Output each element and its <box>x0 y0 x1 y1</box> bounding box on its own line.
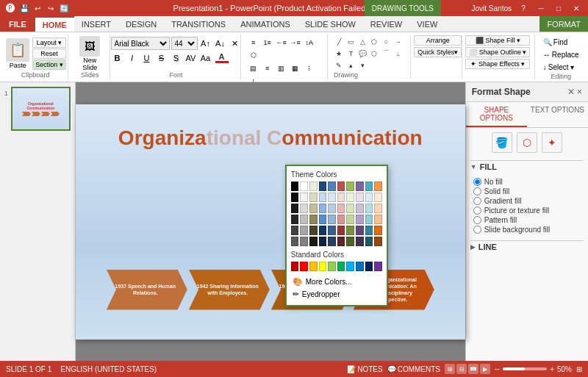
color-t510[interactable] <box>374 226 382 235</box>
color-t210[interactable] <box>374 193 382 202</box>
format-panel-close-button[interactable]: ✕ × <box>567 87 582 97</box>
tab-file[interactable]: FILE <box>0 16 35 32</box>
arrow-item-1[interactable]: 1937 Speech and Human Relations. <box>107 270 187 310</box>
numbering-button[interactable]: 1≡ <box>261 37 274 49</box>
color-t63[interactable] <box>309 237 318 246</box>
zoom-out-button[interactable]: ─ <box>495 365 500 373</box>
section-button[interactable]: Section ▾ <box>32 60 66 70</box>
color-t33[interactable] <box>309 204 318 213</box>
color-t42[interactable] <box>300 215 308 224</box>
line-shape-button[interactable]: ╱ <box>334 36 345 47</box>
color-t45[interactable] <box>328 215 336 224</box>
color-red[interactable] <box>337 182 345 191</box>
color-t52[interactable] <box>300 226 308 235</box>
decrease-indent-button[interactable]: ←≡ <box>275 37 288 49</box>
sc-ltblue[interactable] <box>346 262 354 271</box>
solid-fill-radio[interactable] <box>473 187 481 195</box>
color-t68[interactable] <box>356 237 364 246</box>
underline-button[interactable]: U <box>140 52 154 64</box>
sc-green[interactable] <box>337 262 345 271</box>
align-center-button[interactable]: ≡ <box>261 62 274 74</box>
fit-to-window-button[interactable]: ⊞ <box>576 365 582 373</box>
color-teal[interactable] <box>365 182 373 191</box>
pattern-fill-radio[interactable] <box>473 216 481 224</box>
color-t36[interactable] <box>337 204 345 213</box>
text-direction-button[interactable]: ↕A <box>303 37 316 49</box>
clear-format-button[interactable]: ✕ <box>229 37 242 49</box>
bold-button[interactable]: B <box>111 52 124 64</box>
color-t610[interactable] <box>374 237 382 246</box>
close-button[interactable]: ✕ <box>570 3 582 13</box>
shadow-button[interactable]: S <box>170 52 183 64</box>
color-white[interactable] <box>300 182 308 191</box>
increase-indent-button[interactable]: →≡ <box>289 37 302 49</box>
connector-button[interactable]: ⟂ <box>392 48 404 59</box>
slide-canvas[interactable]: Organizational Communication 1937 Speech… <box>76 104 465 340</box>
color-t35[interactable] <box>328 204 336 213</box>
color-blue[interactable] <box>328 182 336 191</box>
eyedropper-option[interactable]: ✏ Eyedropper <box>291 288 382 301</box>
shape-outline-button[interactable]: ⬜ Shape Outline ▾ <box>465 47 530 57</box>
color-t32[interactable] <box>300 204 308 213</box>
color-navy[interactable] <box>319 182 327 191</box>
color-t43[interactable] <box>309 215 318 224</box>
color-t54[interactable] <box>319 226 327 235</box>
slide-thumbnail-1[interactable]: Organizational Communication <box>11 87 71 131</box>
color-t69[interactable] <box>365 237 373 246</box>
fill-picture[interactable]: Picture or texture fill <box>473 206 584 215</box>
tab-home[interactable]: HOME <box>35 16 74 32</box>
justify-button[interactable]: ▦ <box>289 62 302 74</box>
no-fill-radio[interactable] <box>473 178 481 186</box>
pentagon-shape-button[interactable]: ⬠ <box>369 36 380 47</box>
shape-effects-button[interactable]: ✦ Shape Effects ▾ <box>465 59 530 69</box>
fill-pattern[interactable]: Pattern fill <box>473 215 584 225</box>
fill-no-fill[interactable]: No fill <box>473 177 584 187</box>
sc-red[interactable] <box>300 262 308 271</box>
tab-text-options[interactable]: TEXT OPTIONS <box>527 102 588 127</box>
sc-blue[interactable] <box>356 262 364 271</box>
font-shrink-button[interactable]: A↓ <box>214 37 227 49</box>
color-t410[interactable] <box>374 215 382 224</box>
comments-button[interactable]: 💬 COMMENTS <box>387 365 440 373</box>
sc-dkblue[interactable] <box>365 262 373 271</box>
color-t64[interactable] <box>319 237 327 246</box>
shape-fill-button[interactable]: ⬛ Shape Fill ▾ <box>465 35 530 46</box>
sc-ltgreen[interactable] <box>328 262 336 271</box>
sc-darkred[interactable] <box>291 262 299 271</box>
color-t67[interactable] <box>346 237 354 246</box>
color-cream[interactable] <box>309 182 318 191</box>
color-t29[interactable] <box>365 193 373 202</box>
callout-button[interactable]: 💬 <box>357 48 368 59</box>
color-t56[interactable] <box>337 226 345 235</box>
fill-color-icon-btn[interactable]: 🪣 <box>492 132 512 153</box>
arrow-item-2[interactable]: 1942 Sharing Information with Employees. <box>189 270 270 310</box>
color-t62[interactable] <box>300 237 308 246</box>
color-t48[interactable] <box>356 215 364 224</box>
color-t59[interactable] <box>365 226 373 235</box>
circle-shape-button[interactable]: ○ <box>381 36 392 47</box>
color-t65[interactable] <box>328 237 336 246</box>
arrow-shape-button[interactable]: → <box>392 36 404 47</box>
color-t37[interactable] <box>346 204 354 213</box>
color-t55[interactable] <box>328 226 336 235</box>
shape-outline-icon-btn[interactable]: ⬡ <box>517 132 537 153</box>
spacing-button[interactable]: AV <box>184 52 198 64</box>
color-t58[interactable] <box>356 226 364 235</box>
color-t53[interactable] <box>309 226 318 235</box>
color-t34[interactable] <box>319 204 327 213</box>
color-t47[interactable] <box>346 215 354 224</box>
font-name-select[interactable]: Arial Black <box>111 37 170 50</box>
gradient-fill-radio[interactable] <box>473 197 481 205</box>
fill-solid[interactable]: Solid fill <box>473 187 584 196</box>
color-black[interactable] <box>291 182 299 191</box>
triangle-shape-button[interactable]: △ <box>357 36 368 47</box>
color-purple[interactable] <box>356 182 364 191</box>
color-t39[interactable] <box>365 204 373 213</box>
color-t51[interactable] <box>291 226 299 235</box>
more-colors-option[interactable]: 🎨 More Colors... <box>291 276 382 288</box>
sc-orange[interactable] <box>309 262 318 271</box>
italic-button[interactable]: I <box>126 52 139 64</box>
bullets-button[interactable]: ≡ <box>247 37 260 49</box>
sc-purple[interactable] <box>374 262 382 271</box>
save-button[interactable]: 💾 <box>18 2 30 14</box>
